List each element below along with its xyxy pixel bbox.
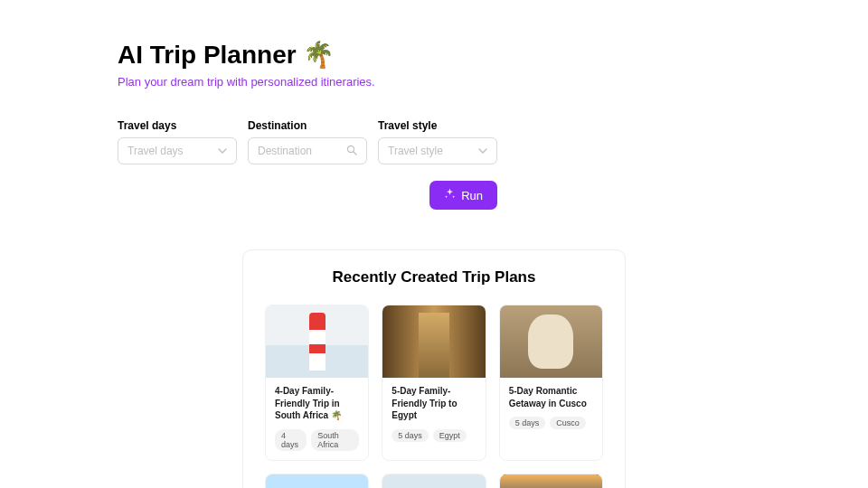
trip-thumbnail	[266, 305, 368, 378]
recent-trips-panel: Recently Created Trip Plans 4-Day Family…	[242, 249, 626, 488]
travel-style-placeholder: Travel style	[388, 145, 478, 157]
trip-card[interactable]: 4-Day Family-Friendly Trip in South Afri…	[265, 305, 369, 461]
trip-card-title: 5-Day Family-Friendly Trip to Egypt	[392, 385, 476, 422]
destination-input[interactable]: Destination	[248, 137, 367, 164]
trip-card-title: 4-Day Family-Friendly Trip in South Afri…	[275, 385, 359, 422]
trip-thumbnail	[382, 305, 485, 378]
days-tag: 5 days	[509, 417, 546, 429]
chevron-down-icon	[218, 146, 227, 155]
trip-card[interactable]	[499, 474, 603, 489]
trip-card[interactable]: 5-Day Family-Friendly Trip to Egypt 5 da…	[382, 305, 486, 461]
travel-days-label: Travel days	[118, 119, 237, 132]
page-title: AI Trip Planner 🌴	[118, 40, 750, 70]
destination-placeholder: Destination	[258, 145, 346, 157]
travel-style-label: Travel style	[378, 119, 497, 132]
trip-thumbnail	[500, 305, 602, 378]
run-button[interactable]: Run	[429, 181, 497, 210]
search-icon	[346, 143, 357, 159]
travel-days-placeholder: Travel days	[127, 145, 218, 157]
trip-form: Travel days Travel days Destination Dest…	[118, 119, 750, 164]
run-button-label: Run	[461, 189, 483, 202]
destination-label: Destination	[248, 119, 367, 132]
trip-card[interactable]	[265, 474, 369, 489]
place-tag: South Africa	[311, 429, 359, 451]
svg-point-0	[347, 145, 354, 152]
trip-thumbnail	[500, 474, 602, 489]
chevron-down-icon	[478, 146, 487, 155]
trip-card[interactable]	[382, 474, 486, 489]
place-tag: Cusco	[550, 417, 586, 429]
trip-thumbnail	[266, 474, 368, 489]
days-tag: 4 days	[275, 429, 307, 451]
travel-days-select[interactable]: Travel days	[118, 137, 237, 164]
trip-card[interactable]: 5-Day Romantic Getaway in Cusco 5 days C…	[499, 305, 603, 461]
trip-thumbnail	[382, 474, 485, 489]
place-tag: Egypt	[433, 429, 467, 442]
trip-card-title: 5-Day Romantic Getaway in Cusco	[509, 385, 593, 409]
page-subtitle: Plan your dream trip with personalized i…	[118, 75, 750, 89]
recent-trips-title: Recently Created Trip Plans	[265, 268, 603, 286]
days-tag: 5 days	[392, 429, 429, 442]
travel-style-select[interactable]: Travel style	[378, 137, 497, 164]
sparkle-icon	[444, 188, 456, 202]
